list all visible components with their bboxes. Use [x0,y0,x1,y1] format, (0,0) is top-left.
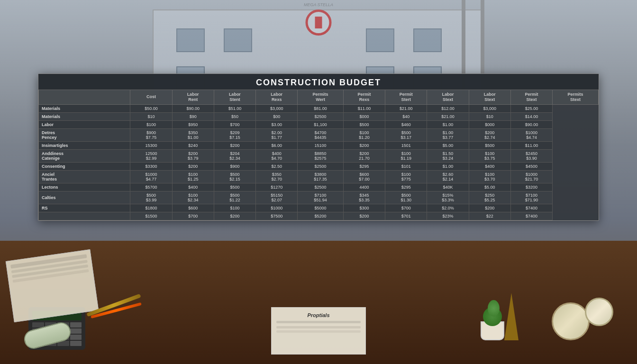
table-cell-value: $40K [427,183,469,191]
table-cell-value: $240 [172,141,214,149]
table-cell-value: $700 [172,212,214,220]
table-row: Lectons$5700$400$500$1270$25004400$295$4… [39,183,599,191]
table-cell-value: $500 [343,120,385,128]
table-cell-label [39,212,130,220]
table-cell-value: $20021.70 [343,149,385,162]
col-header-label [39,90,130,105]
center-paper-title: Proptials [272,308,365,318]
table-cell-value: $209$7.15 [214,128,255,141]
table-cell-value: $15%$3.3% [427,191,469,204]
table-row: $1500$700$200$7500$5200$200$701$23%$22$7… [39,212,599,220]
table-cell-value: $11.00 [510,141,552,149]
table-cell-label: Insimartigles [39,141,130,149]
table-cell-value: $400$4.70 [256,149,298,162]
table-cell-label: Calties [39,191,130,204]
table-cell-value: $3.00 [256,120,298,128]
table-cell-value: $22 [469,212,510,220]
table-cell-value: $100$775 [385,170,427,183]
table-cell-value: $100$1.20 [343,128,385,141]
col-header-labor-stext: LaborStext [427,90,469,105]
scattered-paper-left [6,249,99,322]
table-cell-value: $200$2.74 [469,128,510,141]
table-cell-value: $1000$4.77 [130,170,172,183]
table-cell-value: $11.00 [343,104,385,112]
table-cell-value: $1.00 [427,162,469,170]
table-cell-value: $600 [172,204,214,212]
table-cell-value: $1.00$3.77 [427,128,469,141]
table-cell-value: $295 [343,162,385,170]
table-cell-value: $7500 [256,212,298,220]
table-cell-value: $500$3.99 [130,191,172,204]
table-cell-value: $500 [214,183,255,191]
table-cell-label: Materials [39,112,130,120]
table-cell-value: $10 [130,112,172,120]
spreadsheet-title: CONSTRUCTION BUDGET [38,74,599,90]
table-row: RS$1800$600$100$1000$5000$300$700$2.0%$2… [39,204,599,212]
table-cell-value: $200 [343,212,385,220]
spreadsheet-container: CONSTRUCTION BUDGET Cost LaborRent Labor… [38,73,599,221]
table-row: AnddinessCatenige12500$2.99$200$3.79$204… [39,149,599,162]
col-header-permit-rexs: PermitRexs [343,90,385,105]
table-cell-value: $200 [214,212,255,220]
table-cell-value: $7400 [510,204,552,212]
table-cell-value: $460 [385,120,427,128]
table-cell-value: $200 [214,141,255,149]
blueprint-roll-right-2 [585,298,613,326]
table-cell-value: 15100 [298,141,344,149]
table-cell-value: $14.00 [510,112,552,120]
table-cell-value: $5700 [130,183,172,191]
table-cell-value: $5150$2.07 [256,191,298,204]
table-cell-value: $345$3.35 [343,191,385,204]
table-cell-value: $1000$21.70 [510,170,552,183]
table-cell-value: $2.50 [256,162,298,170]
table-cell-value: $5.00 [427,141,469,149]
table-cell-value: $3300 [130,162,172,170]
table-cell-value: $500 [469,141,510,149]
table-cell-value: $90.00 [510,120,552,128]
col-header-permits-wert: PermitsWert [298,90,344,105]
table-cell-value: $000 [343,112,385,120]
table-row: Consenting$3300$200$900$2.50$2500$295$10… [39,162,599,170]
table-cell-label: DetresPencey [39,128,130,141]
table-cell-value: $000 [469,120,510,128]
table-cell-value: $4500 [510,162,552,170]
table-cell-value: $500$1.22 [214,191,255,204]
table-cell-value: $8850$2575 [298,149,344,162]
table-row: Labor$100$950$700$3.00$1,100$500$460$1.0… [39,120,599,128]
center-paper: Proptials [271,307,366,355]
table-cell-value: $600$7.00 [343,170,385,183]
table-cell-value: $7100$71.90 [510,191,552,204]
table-cell-value: $1500 [130,212,172,220]
table-cell-value: $90 [172,112,214,120]
table-cell-value: $5.00 [469,183,510,191]
table-cell-value: $2.00$1.77 [256,128,298,141]
table-cell-label: Consenting [39,162,130,170]
table-cell-value: $400 [469,162,510,170]
table-header-row: Cost LaborRent LaborStent LaborRexs Perm… [39,90,599,105]
table-cell-value: $40 [385,112,427,120]
table-cell-value: $5200 [298,212,344,220]
table-cell-label: AnddinessCatenige [39,149,130,162]
table-cell-value: $500$3.17 [385,128,427,141]
table-cell-value: $2500 [298,162,344,170]
table-cell-value: $7100$51.94 [298,191,344,204]
table-cell-value: $100$2.34 [172,191,214,204]
table-cell-value: $100$1.19 [385,149,427,162]
table-cell-label: Materials [39,104,130,112]
table-cell-value: $295 [385,183,427,191]
table-cell-value: $300 [343,204,385,212]
table-cell-value: $3200 [510,183,552,191]
table-cell-value: $1000$4.74 [510,128,552,141]
table-cell-value: $51.00 [214,104,255,112]
table-cell-value: $350$2.70 [256,170,298,183]
table-cell-value: $00 [256,112,298,120]
table-cell-value: $7400 [510,212,552,220]
table-cell-value: 1501 [385,141,427,149]
table-cell-value: $21.00 [427,112,469,120]
spreadsheet-table: Cost LaborRent LaborStent LaborRexs Perm… [38,90,599,220]
table-cell-value: $350$1.00 [172,128,214,141]
table-cell-value: $1270 [256,183,298,191]
table-cell-value: $50 [214,112,255,120]
table-cell-value: $100$1.25 [172,170,214,183]
plant [481,321,504,340]
